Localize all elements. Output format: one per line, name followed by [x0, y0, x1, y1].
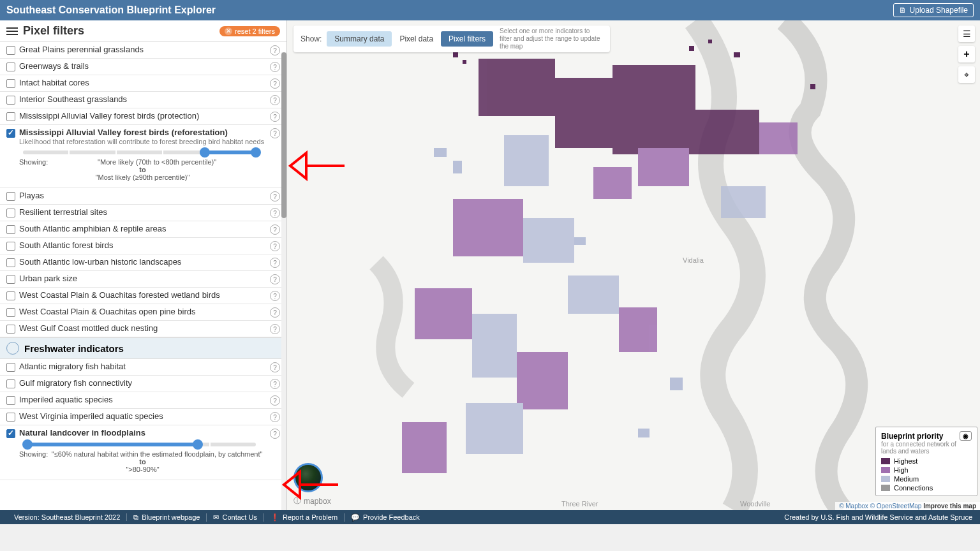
filter-checkbox[interactable]	[6, 79, 15, 88]
help-icon[interactable]: ?	[270, 241, 280, 251]
filter-checkbox[interactable]	[6, 396, 15, 405]
legend-row: Connections	[881, 484, 972, 492]
filter-item: West Coastal Plain & Ouachitas forested …	[0, 288, 286, 304]
footer-version: Version: Southeast Blueprint 2022	[8, 513, 127, 521]
help-icon[interactable]: ?	[270, 208, 280, 218]
filter-checkbox[interactable]	[6, 96, 15, 105]
showing-to-word: to	[139, 458, 145, 466]
help-icon[interactable]: ?	[270, 62, 280, 72]
footer-report-problem[interactable]: ❗ Report a Problem	[264, 513, 345, 522]
filter-checkbox[interactable]	[6, 112, 15, 121]
help-icon[interactable]: ?	[270, 324, 280, 334]
filter-description: Likelihood that reforestation will contr…	[19, 138, 266, 145]
filter-checkbox[interactable]	[6, 275, 15, 284]
filter-checkbox[interactable]	[6, 209, 15, 217]
filter-item: Greenways & trails?	[0, 59, 286, 75]
help-icon[interactable]: ?	[270, 395, 280, 406]
help-icon[interactable]: ?	[270, 95, 280, 105]
globe-inset[interactable]	[293, 463, 323, 492]
slider-handle-min[interactable]	[200, 147, 210, 158]
filter-checkbox[interactable]	[6, 192, 15, 201]
sidebar: Pixel filters reset 2 filters Great Plai…	[0, 20, 287, 510]
help-icon[interactable]: ?	[270, 112, 280, 122]
showing-to-word: to	[139, 166, 145, 173]
tab-summary-data[interactable]: Summary data	[327, 31, 392, 47]
help-icon[interactable]: ?	[270, 307, 280, 318]
help-icon[interactable]: ?	[270, 274, 280, 284]
legend-row: High	[881, 466, 972, 474]
showing-from: "More likely (70th to <80th percentile)"	[98, 158, 216, 166]
upload-shapefile-button[interactable]: 🗎 Upload Shapefile	[893, 3, 974, 17]
help-icon[interactable]: ?	[270, 362, 280, 372]
reset-north-button[interactable]: ⌖	[958, 66, 975, 83]
svg-rect-13	[402, 422, 447, 473]
range-slider[interactable]	[23, 443, 256, 446]
help-icon[interactable]: ?	[270, 224, 280, 235]
slider-handle-max[interactable]	[193, 439, 203, 450]
help-icon[interactable]: ?	[270, 291, 280, 301]
help-icon[interactable]: ?	[270, 429, 280, 439]
legend-title: Blueprint priority	[881, 432, 943, 441]
help-icon[interactable]: ?	[270, 258, 280, 268]
svg-rect-16	[721, 186, 766, 218]
filter-checkbox[interactable]	[6, 413, 15, 422]
legend-visibility-toggle[interactable]: ◉	[960, 431, 972, 441]
legend-label: Connections	[894, 484, 933, 492]
attrib-mapbox[interactable]: © Mapbox	[839, 503, 868, 510]
svg-rect-27	[574, 237, 586, 245]
filter-label: Mississippi Alluvial Valley forest birds…	[19, 128, 266, 137]
layers-button[interactable]: ☰	[958, 26, 975, 42]
mapbox-logo: ⓘ mapbox	[293, 496, 331, 506]
help-icon[interactable]: ?	[270, 78, 280, 89]
attrib-improve[interactable]: Improve this map	[923, 503, 976, 510]
scrollbar-track[interactable]	[281, 52, 286, 510]
help-icon[interactable]: ?	[270, 412, 280, 422]
reset-label: reset 2 filters	[235, 27, 275, 35]
zoom-in-button[interactable]: +	[958, 46, 975, 62]
attrib-osm[interactable]: © OpenStreetMap	[870, 503, 922, 510]
footer-blueprint-webpage[interactable]: ⧉ Blueprint webpage	[127, 513, 207, 522]
filter-checkbox[interactable]	[6, 325, 15, 334]
reset-filters-button[interactable]: reset 2 filters	[219, 26, 280, 36]
filter-checkbox[interactable]	[6, 429, 15, 438]
footer-provide-feedback[interactable]: 💬 Provide Feedback	[345, 513, 426, 522]
filter-checkbox[interactable]	[6, 46, 15, 55]
filter-label: Imperiled aquatic species	[19, 395, 266, 404]
legend-swatch	[881, 485, 890, 491]
filter-checkbox[interactable]	[6, 379, 15, 388]
legend: Blueprint priority ◉ for a connected net…	[875, 427, 977, 496]
range-slider[interactable]	[23, 151, 256, 154]
filter-label: South Atlantic low-urban historic landsc…	[19, 257, 266, 267]
filter-checkbox[interactable]	[6, 62, 15, 71]
scrollbar-thumb[interactable]	[281, 52, 286, 218]
filter-checkbox[interactable]	[6, 225, 15, 234]
legend-swatch	[881, 467, 890, 473]
filter-checkbox[interactable]	[6, 291, 15, 300]
svg-rect-6	[504, 135, 549, 186]
filter-item: Intact habitat cores?	[0, 75, 286, 92]
legend-label: Medium	[894, 475, 919, 483]
footer-contact-us[interactable]: ✉ Contact Us	[207, 513, 264, 522]
filter-checkbox[interactable]	[6, 308, 15, 317]
filter-label: West Gulf Coast mottled duck nesting	[19, 323, 266, 333]
filter-checkbox[interactable]	[6, 129, 15, 138]
svg-rect-26	[453, 161, 462, 173]
tab-pixel-data[interactable]: Pixel data	[392, 31, 441, 47]
filter-item: West Coastal Plain & Ouachitas open pine…	[0, 304, 286, 321]
slider-handle-min[interactable]	[22, 439, 33, 450]
filter-checkbox[interactable]	[6, 242, 15, 251]
layers-icon: ☰	[963, 29, 971, 39]
help-icon[interactable]: ?	[270, 45, 280, 55]
filter-label: Intact habitat cores	[19, 78, 266, 87]
slider-handle-max[interactable]	[251, 147, 261, 158]
help-icon[interactable]: ?	[270, 379, 280, 389]
filter-checkbox[interactable]	[6, 258, 15, 267]
help-icon[interactable]: ?	[270, 191, 280, 202]
tab-pixel-filters[interactable]: Pixel filters	[441, 31, 493, 47]
filter-checkbox[interactable]	[6, 363, 15, 372]
water-icon	[6, 342, 19, 355]
map-area[interactable]: Vidalia Three River Woodville Show: Summ…	[287, 20, 980, 510]
help-icon[interactable]: ?	[270, 128, 280, 138]
filter-item: Urban park size?	[0, 271, 286, 288]
alert-icon: ❗	[271, 513, 279, 522]
